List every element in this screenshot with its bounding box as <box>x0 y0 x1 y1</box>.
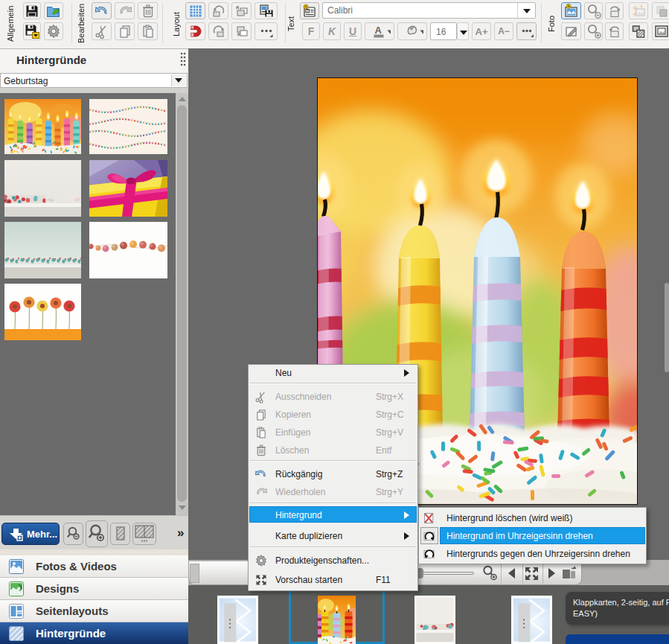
svg-text:A: A <box>375 25 382 36</box>
svg-text:T: T <box>307 9 309 13</box>
